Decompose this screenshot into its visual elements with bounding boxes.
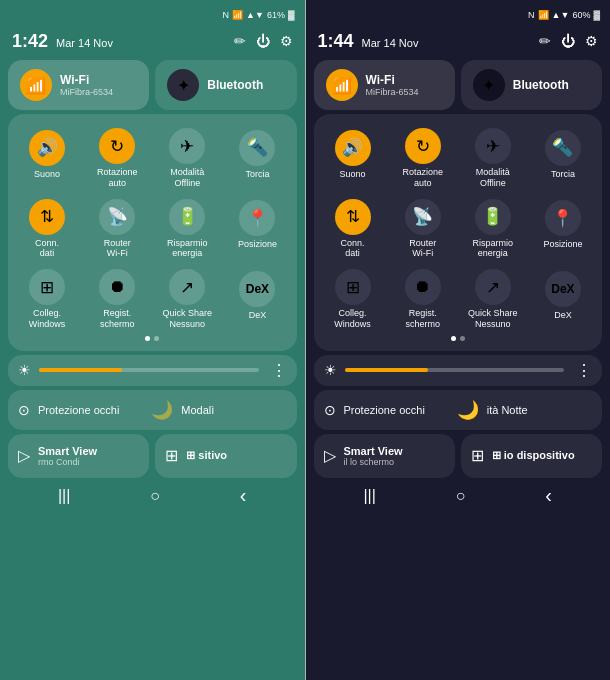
- right-dots: [318, 334, 599, 343]
- left-smartview-tile[interactable]: ▷ Smart View rmo Condi: [8, 434, 149, 478]
- right-quick-grid: 🔊 Suono ↻ Rotazioneauto ✈ ModalitàOfflin…: [318, 122, 599, 334]
- left-tile-router[interactable]: 📡 RouterWi-Fi: [82, 193, 152, 264]
- right-tile-posizione[interactable]: 📍 Posizione: [528, 193, 598, 264]
- left-tile-dex[interactable]: DeX DeX: [222, 263, 292, 334]
- left-wifi-tile[interactable]: 📶 Wi-Fi MiFibra-6534: [8, 60, 149, 110]
- right-label-posizione: Posizione: [543, 239, 582, 259]
- right-icon-posizione: 📍: [545, 200, 581, 236]
- left-bottom-tiles: ▷ Smart View rmo Condi ⊞ ⊞ sitivo: [8, 434, 297, 478]
- left-tile-rotazione[interactable]: ↻ Rotazioneauto: [82, 122, 152, 193]
- right-label-dex: DeX: [554, 310, 572, 330]
- right-panel: N 📶 ▲▼ 60% ▓ 1:44 Mar 14 Nov ✏ ⏻ ⚙ 📶 Wi-…: [306, 0, 611, 680]
- right-nav-home[interactable]: ○: [456, 487, 466, 505]
- left-device-icon: ⊞: [165, 446, 178, 465]
- left-tile-regist[interactable]: ⏺ Regist.schermo: [82, 263, 152, 334]
- left-tile-conn[interactable]: ⇅ Conn.dati: [12, 193, 82, 264]
- right-label-quickshare: Quick ShareNessuno: [468, 308, 518, 330]
- right-nav-back[interactable]: ‹: [545, 484, 552, 507]
- right-tile-dex[interactable]: DeX DeX: [528, 263, 598, 334]
- left-smartview-sub: rmo Condi: [38, 457, 97, 467]
- right-tile-offline[interactable]: ✈ ModalitàOffline: [458, 122, 528, 193]
- right-eye-row[interactable]: ⊙ Protezione occhi 🌙 ità Notte: [314, 390, 603, 430]
- left-tile-quickshare[interactable]: ↗ Quick ShareNessuno: [152, 263, 222, 334]
- right-modality-label: ità Notte: [487, 404, 592, 416]
- left-bt-icon: ✦: [167, 69, 199, 101]
- right-brightness[interactable]: ☀ ⋮: [314, 355, 603, 386]
- right-tile-router[interactable]: 📡 RouterWi-Fi: [388, 193, 458, 264]
- left-signal-icon: 📶: [232, 10, 243, 20]
- right-tile-torcia[interactable]: 🔦 Torcia: [528, 122, 598, 193]
- left-tile-risparmio[interactable]: 🔋 Risparmioenergia: [152, 193, 222, 264]
- right-tile-quickshare[interactable]: ↗ Quick ShareNessuno: [458, 263, 528, 334]
- left-battery-icon: ▓: [288, 10, 295, 20]
- right-header: 1:44 Mar 14 Nov ✏ ⏻ ⚙: [314, 26, 603, 56]
- left-tile-torcia[interactable]: 🔦 Torcia: [222, 122, 292, 193]
- left-smartview-label: Smart View: [38, 445, 97, 457]
- left-bt-label: Bluetooth: [207, 78, 263, 92]
- left-icon-windows: ⊞: [29, 269, 65, 305]
- right-nav-recent[interactable]: |||: [363, 487, 375, 505]
- left-icon-offline: ✈: [169, 128, 205, 164]
- right-brightness-track[interactable]: [345, 368, 565, 372]
- left-bt-tile[interactable]: ✦ Bluetooth: [155, 60, 296, 110]
- right-wifi-tile[interactable]: 📶 Wi-Fi MiFibra-6534: [314, 60, 455, 110]
- right-signal-icon: 📶: [538, 10, 549, 20]
- right-date: Mar 14 Nov: [362, 37, 419, 49]
- right-tile-windows[interactable]: ⊞ Colleg.Windows: [318, 263, 388, 334]
- right-label-windows: Colleg.Windows: [334, 308, 371, 330]
- right-brightness-icon: ☀: [324, 362, 337, 378]
- right-settings-icon[interactable]: ⚙: [585, 33, 598, 49]
- left-eye-row[interactable]: ⊙ Protezione occhi 🌙 Modalì: [8, 390, 297, 430]
- left-nav-back[interactable]: ‹: [240, 484, 247, 507]
- right-tile-rotazione[interactable]: ↻ Rotazioneauto: [388, 122, 458, 193]
- right-tile-risparmio[interactable]: 🔋 Risparmioenergia: [458, 193, 528, 264]
- left-tile-posizione[interactable]: 📍 Posizione: [222, 193, 292, 264]
- left-eye-icon: ⊙: [18, 402, 30, 418]
- left-brightness-icon: ☀: [18, 362, 31, 378]
- right-wifi-icon: 📶: [326, 69, 358, 101]
- left-edit-icon[interactable]: ✏: [234, 33, 246, 49]
- left-icon-dex: DeX: [239, 271, 275, 307]
- left-quick-grid-container: 🔊 Suono ↻ Rotazioneauto ✈ ModalitàOfflin…: [8, 114, 297, 351]
- right-brightness-fill: [345, 368, 428, 372]
- right-icon-quickshare: ↗: [475, 269, 511, 305]
- right-smartview-tile[interactable]: ▷ Smart View il lo schermo: [314, 434, 455, 478]
- right-dot-1: [451, 336, 456, 341]
- left-settings-icon[interactable]: ⚙: [280, 33, 293, 49]
- left-icon-risparmio: 🔋: [169, 199, 205, 235]
- left-tile-windows[interactable]: ⊞ Colleg.Windows: [12, 263, 82, 334]
- left-icon-quickshare: ↗: [169, 269, 205, 305]
- left-tile-suono[interactable]: 🔊 Suono: [12, 122, 82, 193]
- right-power-icon[interactable]: ⏻: [561, 33, 575, 49]
- left-nav-home[interactable]: ○: [150, 487, 160, 505]
- left-label-torcia: Torcia: [245, 169, 269, 189]
- left-tile-offline[interactable]: ✈ ModalitàOffline: [152, 122, 222, 193]
- right-label-suono: Suono: [340, 169, 366, 189]
- right-icon-regist: ⏺: [405, 269, 441, 305]
- right-tile-suono[interactable]: 🔊 Suono: [318, 122, 388, 193]
- right-tile-regist[interactable]: ⏺ Regist.schermo: [388, 263, 458, 334]
- left-date: Mar 14 Nov: [56, 37, 113, 49]
- right-smartview-sub: il lo schermo: [344, 457, 403, 467]
- right-brightness-menu[interactable]: ⋮: [576, 361, 592, 380]
- right-device-tile[interactable]: ⊞ ⊞ io dispositivo: [461, 434, 602, 478]
- right-edit-icon[interactable]: ✏: [539, 33, 551, 49]
- right-eye-icon: ⊙: [324, 402, 336, 418]
- left-header: 1:42 Mar 14 Nov ✏ ⏻ ⚙: [8, 26, 297, 56]
- left-brightness[interactable]: ☀ ⋮: [8, 355, 297, 386]
- left-wifi-icon: 📶: [20, 69, 52, 101]
- left-time: 1:42: [12, 31, 48, 52]
- left-device-tile[interactable]: ⊞ ⊞ sitivo: [155, 434, 296, 478]
- left-brightness-menu[interactable]: ⋮: [271, 361, 287, 380]
- right-moon-icon[interactable]: 🌙: [457, 399, 479, 421]
- left-nav-recent[interactable]: |||: [58, 487, 70, 505]
- left-label-offline: ModalitàOffline: [170, 167, 204, 189]
- left-dot-1: [145, 336, 150, 341]
- left-label-quickshare: Quick ShareNessuno: [163, 308, 213, 330]
- left-power-icon[interactable]: ⏻: [256, 33, 270, 49]
- left-moon-icon[interactable]: 🌙: [151, 399, 173, 421]
- left-brightness-track[interactable]: [39, 368, 259, 372]
- right-tile-conn[interactable]: ⇅ Conn.dati: [318, 193, 388, 264]
- right-bt-tile[interactable]: ✦ Bluetooth: [461, 60, 602, 110]
- right-bt-icon: ✦: [473, 69, 505, 101]
